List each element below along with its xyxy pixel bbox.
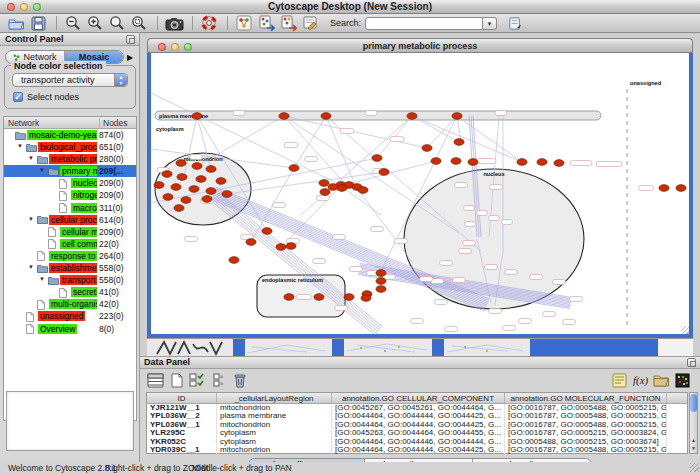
tree-row-secretion[interactable]: secretion41(0): [4, 286, 136, 298]
network-view-window[interactable]: primary metabolic process plasma membran…: [147, 38, 693, 338]
tree-row-cellular-process[interactable]: ▼cellular process614(0): [4, 214, 136, 226]
gene-node[interactable]: [177, 174, 187, 181]
tree-row-unassigned[interactable]: unassigned223(0): [4, 310, 136, 322]
window-resize-grip[interactable]: [681, 326, 689, 334]
gene-node[interactable]: [284, 294, 294, 301]
gene-node[interactable]: [452, 113, 462, 120]
select-attributes-icon[interactable]: [188, 371, 207, 389]
background-windows[interactable]: [147, 338, 693, 356]
gene-node[interactable]: [376, 286, 386, 293]
gene-node[interactable]: [517, 159, 527, 166]
delete-attributes-icon[interactable]: [230, 371, 249, 389]
gene-node[interactable]: [181, 197, 191, 204]
edge[interactable]: [427, 116, 457, 148]
expand-arrow-icon[interactable]: ▼: [28, 155, 34, 161]
mitochondrion-region[interactable]: [155, 153, 251, 225]
network-window-titlebar[interactable]: primary metabolic process: [147, 38, 693, 53]
gene-node[interactable]: [361, 295, 371, 302]
table-row-ypl036w-1[interactable]: YPL036W__1mitochondrion[GO:0044464, GO:0…: [147, 421, 687, 429]
tree-row-mosaic-demo-yeast[interactable]: mosaic-demo-yeast874(0): [4, 129, 136, 141]
gene-node[interactable]: [328, 184, 338, 191]
zoom-in-icon[interactable]: [85, 15, 105, 32]
gene-node[interactable]: [344, 294, 354, 301]
expand-arrow-icon[interactable]: ▼: [39, 276, 45, 282]
gene-node[interactable]: [422, 145, 432, 152]
gene-node[interactable]: [537, 159, 547, 166]
annotation-icon[interactable]: [300, 15, 320, 32]
tree-header[interactable]: Network Nodes: [4, 117, 136, 129]
node-color-combobox[interactable]: transporter activity ▲▼: [12, 73, 128, 87]
app-resize-grip[interactable]: [690, 463, 699, 472]
column-header-id[interactable]: ID: [147, 393, 217, 403]
column-header-cellularlayoutregion[interactable]: _cellularLayoutRegion: [217, 393, 332, 403]
birds-eye-view[interactable]: [6, 391, 134, 451]
scrollbar-thumb[interactable]: [690, 394, 697, 412]
gene-node[interactable]: [216, 178, 226, 185]
tree-row-establishment-of-lo[interactable]: ▼establishment of lo558(0): [4, 262, 136, 274]
gene-node[interactable]: [192, 163, 202, 170]
gene-node[interactable]: [229, 257, 239, 264]
gene-node[interactable]: [162, 171, 172, 178]
gene-node[interactable]: [337, 185, 347, 192]
plasma-membrane-region[interactable]: [155, 111, 601, 120]
gene-node[interactable]: [376, 270, 386, 277]
attribute-panel-icon[interactable]: [610, 371, 629, 389]
expand-arrow-icon[interactable]: ▼: [28, 264, 34, 270]
gene-node[interactable]: [468, 159, 478, 166]
scroll-up-icon[interactable]: ▲: [690, 436, 697, 444]
gene-node[interactable]: [314, 294, 324, 301]
float-panel-icon[interactable]: [687, 358, 696, 367]
table-row-ylr295c[interactable]: YLR295Ccytoplasm[GO:0045263, GO:0044464,…: [147, 429, 687, 437]
search-dropdown-arrow[interactable]: ▼: [483, 17, 497, 30]
tree-row-metabolic-process[interactable]: ▼metabolic process280(0): [4, 153, 136, 165]
gene-node[interactable]: [554, 160, 564, 167]
search-options-icon[interactable]: [505, 15, 525, 32]
gene-node[interactable]: [289, 165, 299, 172]
gene-node[interactable]: [451, 158, 461, 165]
table-row-ypl036w-2[interactable]: YPL036W__2plasma membrane[GO:0044464, GO…: [147, 412, 687, 420]
column-header-annotation-go-molecular-function[interactable]: annotation.GO MOLECULAR_FUNCTION: [505, 393, 667, 403]
attribute-table[interactable]: ID_cellularLayoutRegionannotation.GO CEL…: [146, 392, 688, 454]
tree-row-multi-organism-pro[interactable]: multi-organism pro42(0): [4, 298, 136, 310]
gene-node[interactable]: [276, 244, 286, 251]
gene-node[interactable]: [176, 160, 186, 167]
table-row-ykr052c[interactable]: YKR052Ccytoplasm[GO:0044464, GO:0044446,…: [147, 438, 687, 446]
gene-node[interactable]: [454, 139, 464, 146]
tree-row-cellular-metabo[interactable]: cellular metabo209(0): [4, 226, 136, 238]
expand-arrow-icon[interactable]: ▼: [39, 167, 45, 173]
zoom-out-icon[interactable]: [63, 15, 83, 32]
tree-row-cell-communicat[interactable]: cell communicat22(0): [4, 238, 136, 250]
gene-node[interactable]: [376, 278, 386, 285]
tree-row-macromolecule[interactable]: macromolecule311(0): [4, 202, 136, 214]
import-network-icon[interactable]: [256, 15, 276, 32]
gene-node[interactable]: [407, 113, 417, 120]
gene-node[interactable]: [202, 196, 212, 203]
zoom-fit-icon[interactable]: [129, 15, 149, 32]
network-canvas[interactable]: plasma membranecytoplasmmitochondrionnuc…: [151, 53, 689, 334]
gene-node[interactable]: [206, 166, 216, 173]
gene-node[interactable]: [192, 113, 202, 120]
tree-row-nitrogen-compo[interactable]: nitrogen compo209(0): [4, 189, 136, 201]
gene-node[interactable]: [372, 155, 382, 162]
tree-row-response-to-stimul[interactable]: response to stimul264(0): [4, 250, 136, 262]
vizmapper-icon[interactable]: [234, 15, 254, 32]
gene-node[interactable]: [320, 189, 330, 196]
gene-node[interactable]: [174, 205, 184, 212]
gene-node[interactable]: [222, 191, 232, 198]
unselect-attributes-icon[interactable]: [209, 371, 228, 389]
new-attribute-icon[interactable]: [167, 371, 186, 389]
tree-row-transport[interactable]: ▼transport558(0): [4, 274, 136, 286]
help-lifesaver-icon[interactable]: [199, 15, 219, 32]
combobox-stepper-icon[interactable]: ▲▼: [114, 74, 127, 86]
gene-node[interactable]: [431, 158, 441, 165]
gene-node[interactable]: [379, 169, 389, 176]
import-attributes-icon[interactable]: [652, 371, 671, 389]
table-row-yjr121w-1[interactable]: YJR121W__1mitochondrion[GO:0045267, GO:0…: [147, 404, 687, 412]
gene-node[interactable]: [262, 228, 272, 235]
tab-overflow-arrow[interactable]: ▶: [124, 53, 136, 62]
column-header-annotation-go-cellular-component[interactable]: annotation.GO CELLULAR_COMPONENT: [332, 393, 505, 403]
gene-node[interactable]: [319, 180, 329, 187]
gene-node[interactable]: [171, 184, 181, 191]
expand-arrow-icon[interactable]: ▼: [28, 216, 34, 222]
gene-node[interactable]: [163, 194, 173, 201]
